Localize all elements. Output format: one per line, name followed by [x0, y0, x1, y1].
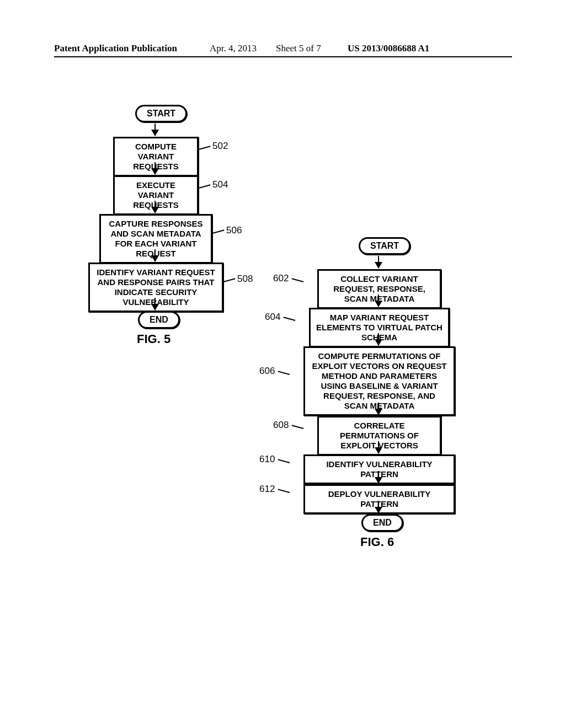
leader-line [291, 278, 303, 282]
fig6-end-terminator: END [361, 514, 403, 532]
arrow-icon [378, 256, 379, 268]
ref-608: 608 [273, 420, 289, 431]
ref-508: 508 [237, 274, 253, 285]
ref-604: 604 [265, 312, 280, 323]
ref-502: 502 [212, 141, 228, 152]
fig5-start-terminator: START [135, 105, 187, 122]
arrow-icon [378, 403, 379, 415]
fig6-caption: FIG. 6 [360, 535, 394, 549]
fig5-step-504-text: EXECUTE VARIANT REQUESTS [133, 180, 179, 210]
leader-line [278, 371, 290, 375]
fig5-end-terminator: END [138, 311, 180, 329]
arrow-icon [378, 333, 379, 345]
arrow-icon [378, 295, 379, 307]
fig6-step-610-text: IDENTIFY VULNERABILITY PATTERN [326, 459, 432, 479]
leader-line [278, 489, 290, 493]
fig5-step-508-text: IDENTIFY VARIANT REQUEST AND RESPONSE PA… [97, 267, 215, 307]
fig6-start-label: START [370, 241, 399, 250]
publication-number: US 2013/0086688 A1 [348, 43, 429, 54]
arrow-icon [154, 249, 156, 261]
leader-line [223, 278, 236, 282]
fig6-step-606-text: COMPUTE PERMUTATIONS OF EXPLOIT VECTORS … [312, 351, 447, 410]
publication-label: Patent Application Publication [54, 43, 177, 54]
fig5-start-label: START [147, 109, 175, 118]
fig5-caption: FIG. 5 [137, 332, 170, 346]
fig6-start-terminator: START [359, 237, 411, 255]
fig6-step-612-text: DEPLOY VULNERABILITY PATTERN [328, 489, 431, 508]
arrow-icon [378, 501, 379, 513]
leader-line [291, 425, 303, 429]
arrow-icon [154, 201, 156, 213]
fig5-end-label: END [150, 315, 168, 324]
publication-date: Apr. 4, 2013 [210, 43, 257, 54]
leader-line [199, 184, 211, 189]
fig6-step-608-text: CORRELATE PERMUTATIONS OF EXPLOIT VECTOR… [340, 421, 419, 450]
leader-line [212, 229, 225, 234]
fig6-end-label: END [373, 518, 392, 527]
ref-506: 506 [226, 225, 242, 236]
arrow-icon [154, 162, 156, 174]
ref-606: 606 [259, 366, 275, 377]
arrow-icon [378, 471, 379, 483]
fig6-step-602-text: COLLECT VARIANT REQUEST, RESPONSE, SCAN … [333, 274, 425, 303]
fig5-step-502-text: COMPUTE VARIANT REQUESTS [133, 142, 179, 171]
arrow-icon [154, 298, 156, 310]
ref-602: 602 [273, 273, 289, 284]
leader-line [283, 317, 295, 321]
fig6-step-606: COMPUTE PERMUTATIONS OF EXPLOIT VECTORS … [303, 346, 455, 416]
ref-610: 610 [259, 454, 275, 465]
ref-504: 504 [212, 179, 228, 190]
fig5-step-506-text: CAPTURE RESPONSES AND SCAN METADATA FOR … [109, 219, 202, 258]
leader-line [199, 146, 211, 150]
arrow-icon [378, 441, 379, 453]
ref-612: 612 [259, 484, 275, 495]
fig6-step-604-text: MAP VARIANT REQUEST ELEMENTS TO VIRTUAL … [316, 313, 443, 342]
leader-line [278, 459, 290, 463]
header-divider [54, 56, 512, 57]
arrow-icon [154, 124, 156, 136]
sheet-indicator: Sheet 5 of 7 [276, 43, 321, 54]
